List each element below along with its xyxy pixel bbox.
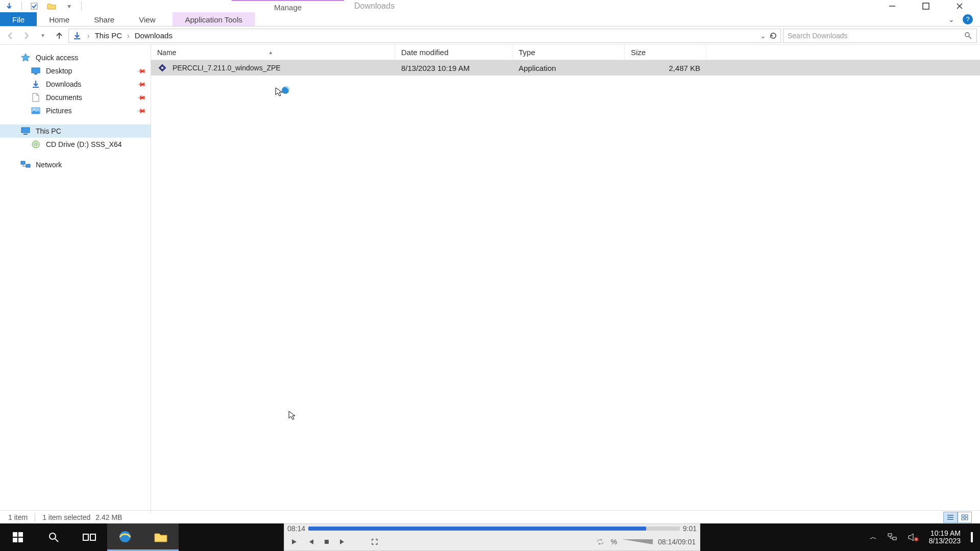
address-dropdown-icon[interactable]: ⌄: [760, 32, 766, 40]
file-list-pane[interactable]: Name▲ Date modified Type Size PERCCLI_7.…: [151, 45, 980, 513]
svg-point-26: [119, 531, 131, 542]
share-tab[interactable]: Share: [82, 12, 127, 26]
svg-rect-15: [962, 515, 964, 517]
qat-properties-icon[interactable]: [27, 1, 41, 11]
player-position: 08:14: [287, 524, 305, 533]
play-button[interactable]: [288, 536, 300, 547]
prev-button[interactable]: [305, 536, 316, 547]
status-item-count: 1 item: [8, 513, 28, 521]
task-view-button[interactable]: [71, 523, 107, 551]
sidebar-desktop[interactable]: Desktop 📌: [0, 64, 151, 78]
tray-chevron-up-icon[interactable]: ︿: [870, 533, 877, 542]
chevron-right-icon[interactable]: ›: [85, 32, 92, 40]
sidebar-cd-drive[interactable]: CD Drive (D:) SSS_X64: [0, 138, 151, 151]
file-date: 8/13/2023 10:19 AM: [395, 64, 512, 72]
stop-button[interactable]: [321, 536, 332, 547]
status-size: 2.42 MB: [95, 513, 122, 521]
fullscreen-button[interactable]: [369, 536, 380, 547]
column-date[interactable]: Date modified: [395, 45, 512, 60]
svg-rect-19: [13, 532, 17, 537]
details-view-button[interactable]: [943, 512, 958, 523]
column-name[interactable]: Name▲: [151, 45, 395, 60]
view-tab[interactable]: View: [127, 12, 167, 26]
taskbar-explorer[interactable]: [143, 523, 179, 551]
navigation-pane[interactable]: Quick access Desktop 📌 Downloads 📌 Docum…: [0, 45, 151, 513]
svg-rect-27: [325, 540, 329, 544]
svg-rect-22: [18, 538, 23, 542]
application-icon: [157, 63, 167, 72]
start-button[interactable]: [0, 523, 36, 551]
this-pc-icon: [20, 127, 31, 136]
svg-point-13: [161, 67, 163, 69]
status-selected: 1 item selected: [42, 513, 90, 521]
contextual-tab-label: Manage: [232, 0, 344, 13]
recent-locations-button[interactable]: ▼: [36, 29, 50, 43]
up-button[interactable]: [52, 29, 66, 43]
close-button[interactable]: [949, 0, 970, 12]
svg-rect-8: [23, 134, 28, 135]
search-input[interactable]: Search Downloads: [783, 29, 977, 43]
home-tab[interactable]: Home: [37, 12, 82, 26]
maximize-button[interactable]: [916, 0, 936, 12]
tray-clock[interactable]: 10:19 AM 8/13/2023: [929, 530, 961, 545]
svg-rect-25: [90, 534, 95, 540]
loop-button[interactable]: [595, 536, 606, 547]
pin-icon: 📌: [136, 92, 147, 103]
qat-customize-icon[interactable]: ▾: [62, 1, 76, 11]
breadcrumb-leaf[interactable]: Downloads: [135, 31, 173, 40]
forward-button[interactable]: [19, 29, 34, 43]
svg-rect-24: [83, 534, 88, 540]
tray-volume-muted-icon[interactable]: [908, 533, 919, 542]
documents-icon: [31, 93, 41, 102]
file-row[interactable]: PERCCLI_7.211.0_windows_ZPE 8/13/2023 10…: [151, 60, 980, 76]
player-seek-bar[interactable]: [308, 527, 680, 531]
minimize-button[interactable]: [882, 0, 902, 12]
svg-rect-29: [893, 537, 896, 540]
volume-slider[interactable]: [622, 539, 653, 544]
file-tab[interactable]: File: [0, 12, 37, 26]
sidebar-network[interactable]: Network: [0, 158, 151, 171]
svg-rect-1: [923, 3, 929, 9]
breadcrumb-root[interactable]: This PC: [95, 31, 122, 40]
sidebar-this-pc[interactable]: This PC: [0, 124, 151, 138]
star-icon: [20, 53, 31, 62]
sidebar-quick-access[interactable]: Quick access: [0, 51, 151, 64]
desktop-icon: [31, 66, 41, 76]
sidebar-documents[interactable]: Documents 📌: [0, 91, 151, 104]
column-size[interactable]: Size: [625, 45, 706, 60]
downloads-location-icon: [72, 31, 82, 40]
svg-point-10: [35, 143, 37, 145]
application-tools-tab[interactable]: Application Tools: [173, 12, 254, 26]
large-icons-view-button[interactable]: [958, 512, 972, 523]
media-player: 08:14 9:01 % 08:14/09:01: [284, 523, 700, 551]
tray-network-icon[interactable]: [887, 533, 897, 542]
svg-rect-3: [32, 68, 40, 73]
chevron-right-icon[interactable]: ›: [125, 32, 132, 40]
address-bar[interactable]: › This PC › Downloads ⌄: [68, 29, 781, 43]
column-type[interactable]: Type: [512, 45, 625, 60]
svg-point-2: [965, 33, 969, 37]
search-icon: [964, 32, 972, 40]
refresh-icon[interactable]: [769, 32, 777, 40]
qat-down-arrow-icon[interactable]: [2, 1, 16, 11]
svg-rect-17: [962, 518, 964, 520]
tray-notifications-icon[interactable]: [971, 533, 973, 541]
svg-rect-0: [31, 3, 37, 9]
cd-drive-icon: [31, 140, 41, 149]
search-button[interactable]: [36, 523, 71, 551]
sidebar-downloads[interactable]: Downloads 📌: [0, 78, 151, 91]
back-button[interactable]: [3, 29, 17, 43]
ribbon-collapse-icon[interactable]: ⌄: [948, 15, 954, 23]
taskbar-ie[interactable]: [107, 523, 143, 551]
next-button[interactable]: [337, 536, 349, 547]
player-time-combo: 08:14/09:01: [658, 538, 696, 546]
pin-icon: 📌: [136, 66, 147, 77]
search-placeholder: Search Downloads: [788, 32, 848, 40]
player-total: 9:01: [683, 524, 697, 533]
svg-rect-28: [888, 534, 892, 536]
qat-folder-icon[interactable]: [44, 1, 59, 11]
help-icon[interactable]: ?: [963, 14, 973, 24]
network-icon: [20, 160, 31, 169]
pictures-icon: [31, 106, 41, 115]
sidebar-pictures[interactable]: Pictures 📌: [0, 104, 151, 117]
